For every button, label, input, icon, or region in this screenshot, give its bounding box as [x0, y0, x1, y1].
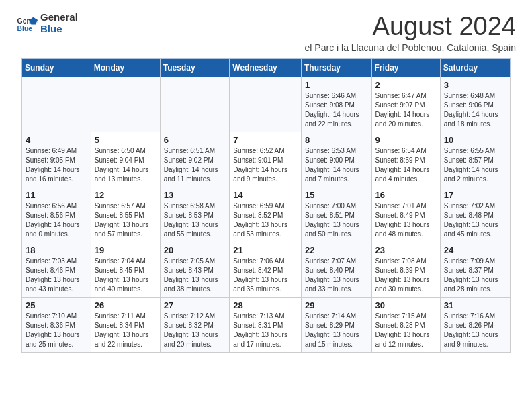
calendar-day-cell: 19Sunrise: 7:04 AM Sunset: 8:45 PM Dayli…	[91, 242, 160, 298]
day-number: 17	[444, 190, 506, 200]
day-info: Sunrise: 7:15 AM Sunset: 8:28 PM Dayligh…	[375, 312, 437, 349]
logo-icon: General Blue	[16, 13, 38, 34]
day-info: Sunrise: 6:57 AM Sunset: 8:55 PM Dayligh…	[95, 201, 157, 239]
day-info: Sunrise: 6:56 AM Sunset: 8:56 PM Dayligh…	[26, 201, 87, 239]
calendar-day-cell: 24Sunrise: 7:09 AM Sunset: 8:37 PM Dayli…	[440, 242, 510, 298]
day-number: 2	[375, 80, 437, 90]
day-number: 9	[375, 135, 437, 145]
day-info: Sunrise: 6:54 AM Sunset: 8:59 PM Dayligh…	[375, 146, 437, 184]
calendar-day-cell: 20Sunrise: 7:05 AM Sunset: 8:43 PM Dayli…	[160, 242, 230, 298]
day-number: 18	[26, 245, 87, 255]
calendar-week-row: 18Sunrise: 7:03 AM Sunset: 8:46 PM Dayli…	[22, 242, 511, 298]
logo-general: General	[40, 12, 78, 24]
day-info: Sunrise: 6:50 AM Sunset: 9:04 PM Dayligh…	[95, 146, 157, 184]
day-number: 14	[233, 190, 298, 200]
day-info: Sunrise: 7:13 AM Sunset: 8:31 PM Dayligh…	[233, 312, 298, 349]
day-info: Sunrise: 7:01 AM Sunset: 8:49 PM Dayligh…	[375, 201, 437, 239]
calendar-day-cell: 28Sunrise: 7:13 AM Sunset: 8:31 PM Dayli…	[230, 298, 302, 353]
day-info: Sunrise: 6:51 AM Sunset: 9:02 PM Dayligh…	[164, 146, 226, 184]
day-number: 1	[305, 80, 368, 90]
day-number: 31	[444, 300, 506, 310]
calendar-day-cell: 7Sunrise: 6:52 AM Sunset: 9:01 PM Daylig…	[230, 132, 302, 187]
day-number: 27	[164, 300, 226, 310]
calendar-day-cell: 18Sunrise: 7:03 AM Sunset: 8:46 PM Dayli…	[22, 242, 91, 298]
day-info: Sunrise: 7:06 AM Sunset: 8:42 PM Dayligh…	[233, 257, 298, 294]
calendar-day-cell: 11Sunrise: 6:56 AM Sunset: 8:56 PM Dayli…	[22, 187, 91, 242]
day-info: Sunrise: 7:12 AM Sunset: 8:32 PM Dayligh…	[164, 312, 226, 349]
calendar-day-cell: 22Sunrise: 7:07 AM Sunset: 8:40 PM Dayli…	[301, 242, 371, 298]
location-title: el Parc i la Llacuna del Poblenou, Catal…	[305, 42, 516, 53]
day-number: 23	[375, 245, 437, 255]
day-info: Sunrise: 6:59 AM Sunset: 8:52 PM Dayligh…	[233, 201, 298, 239]
day-info: Sunrise: 7:11 AM Sunset: 8:34 PM Dayligh…	[95, 312, 157, 349]
day-number: 6	[164, 135, 226, 145]
day-number: 21	[233, 245, 298, 255]
calendar-day-cell	[160, 77, 230, 132]
calendar-day-cell: 16Sunrise: 7:01 AM Sunset: 8:49 PM Dayli…	[371, 187, 440, 242]
svg-text:Blue: Blue	[17, 25, 33, 32]
calendar-header-saturday: Saturday	[440, 59, 510, 77]
day-number: 20	[164, 245, 226, 255]
day-info: Sunrise: 7:14 AM Sunset: 8:29 PM Dayligh…	[305, 312, 368, 349]
day-number: 26	[95, 300, 157, 310]
day-number: 22	[305, 245, 368, 255]
calendar-day-cell	[230, 77, 302, 132]
calendar-day-cell: 5Sunrise: 6:50 AM Sunset: 9:04 PM Daylig…	[91, 132, 160, 187]
calendar-day-cell: 21Sunrise: 7:06 AM Sunset: 8:42 PM Dayli…	[230, 242, 302, 298]
day-number: 11	[26, 190, 87, 200]
day-number: 3	[444, 80, 506, 90]
calendar-header-friday: Friday	[371, 59, 440, 77]
calendar-header-wednesday: Wednesday	[230, 59, 302, 77]
calendar-header-tuesday: Tuesday	[160, 59, 230, 77]
calendar-day-cell: 9Sunrise: 6:54 AM Sunset: 8:59 PM Daylig…	[371, 132, 440, 187]
day-number: 12	[95, 190, 157, 200]
day-info: Sunrise: 7:10 AM Sunset: 8:36 PM Dayligh…	[26, 312, 87, 349]
day-info: Sunrise: 6:49 AM Sunset: 9:05 PM Dayligh…	[26, 146, 87, 184]
day-number: 25	[26, 300, 87, 310]
day-number: 15	[305, 190, 368, 200]
calendar-day-cell: 27Sunrise: 7:12 AM Sunset: 8:32 PM Dayli…	[160, 298, 230, 353]
day-info: Sunrise: 7:02 AM Sunset: 8:48 PM Dayligh…	[444, 201, 506, 239]
calendar-day-cell: 4Sunrise: 6:49 AM Sunset: 9:05 PM Daylig…	[22, 132, 91, 187]
calendar-day-cell: 26Sunrise: 7:11 AM Sunset: 8:34 PM Dayli…	[91, 298, 160, 353]
calendar-wrapper: SundayMondayTuesdayWednesdayThursdayFrid…	[0, 58, 532, 363]
calendar-day-cell: 29Sunrise: 7:14 AM Sunset: 8:29 PM Dayli…	[301, 298, 371, 353]
day-info: Sunrise: 6:52 AM Sunset: 9:01 PM Dayligh…	[233, 146, 298, 184]
logo: General Blue General Blue	[16, 12, 78, 34]
calendar-day-cell: 6Sunrise: 6:51 AM Sunset: 9:02 PM Daylig…	[160, 132, 230, 187]
day-info: Sunrise: 7:08 AM Sunset: 8:39 PM Dayligh…	[375, 257, 437, 294]
day-number: 28	[233, 300, 298, 310]
calendar-day-cell: 30Sunrise: 7:15 AM Sunset: 8:28 PM Dayli…	[371, 298, 440, 353]
day-number: 5	[95, 135, 157, 145]
day-number: 4	[26, 135, 87, 145]
calendar-week-row: 11Sunrise: 6:56 AM Sunset: 8:56 PM Dayli…	[22, 187, 511, 242]
month-title: August 2024	[305, 12, 516, 41]
day-number: 19	[95, 245, 157, 255]
calendar-day-cell: 25Sunrise: 7:10 AM Sunset: 8:36 PM Dayli…	[22, 298, 91, 353]
day-info: Sunrise: 7:03 AM Sunset: 8:46 PM Dayligh…	[26, 257, 87, 294]
calendar-day-cell: 14Sunrise: 6:59 AM Sunset: 8:52 PM Dayli…	[230, 187, 302, 242]
day-info: Sunrise: 6:47 AM Sunset: 9:07 PM Dayligh…	[375, 91, 437, 129]
day-info: Sunrise: 6:55 AM Sunset: 8:57 PM Dayligh…	[444, 146, 506, 184]
calendar-day-cell: 15Sunrise: 7:00 AM Sunset: 8:51 PM Dayli…	[301, 187, 371, 242]
calendar-day-cell: 17Sunrise: 7:02 AM Sunset: 8:48 PM Dayli…	[440, 187, 510, 242]
calendar-day-cell: 3Sunrise: 6:48 AM Sunset: 9:06 PM Daylig…	[440, 77, 510, 132]
calendar-table: SundayMondayTuesdayWednesdayThursdayFrid…	[21, 58, 511, 353]
day-number: 24	[444, 245, 506, 255]
calendar-day-cell: 12Sunrise: 6:57 AM Sunset: 8:55 PM Dayli…	[91, 187, 160, 242]
day-info: Sunrise: 7:16 AM Sunset: 8:26 PM Dayligh…	[444, 312, 506, 349]
calendar-header-row: SundayMondayTuesdayWednesdayThursdayFrid…	[22, 59, 511, 77]
page-header: General Blue General Blue August 2024 el…	[0, 0, 532, 58]
calendar-week-row: 1Sunrise: 6:46 AM Sunset: 9:08 PM Daylig…	[22, 77, 511, 132]
logo-blue: Blue	[40, 24, 78, 35]
day-number: 7	[233, 135, 298, 145]
day-info: Sunrise: 6:48 AM Sunset: 9:06 PM Dayligh…	[444, 91, 506, 129]
day-info: Sunrise: 7:00 AM Sunset: 8:51 PM Dayligh…	[305, 201, 368, 239]
day-number: 29	[305, 300, 368, 310]
calendar-week-row: 4Sunrise: 6:49 AM Sunset: 9:05 PM Daylig…	[22, 132, 511, 187]
day-info: Sunrise: 7:07 AM Sunset: 8:40 PM Dayligh…	[305, 257, 368, 294]
logo-text: General Blue	[40, 12, 78, 34]
calendar-header-monday: Monday	[91, 59, 160, 77]
calendar-day-cell: 31Sunrise: 7:16 AM Sunset: 8:26 PM Dayli…	[440, 298, 510, 353]
calendar-day-cell	[91, 77, 160, 132]
